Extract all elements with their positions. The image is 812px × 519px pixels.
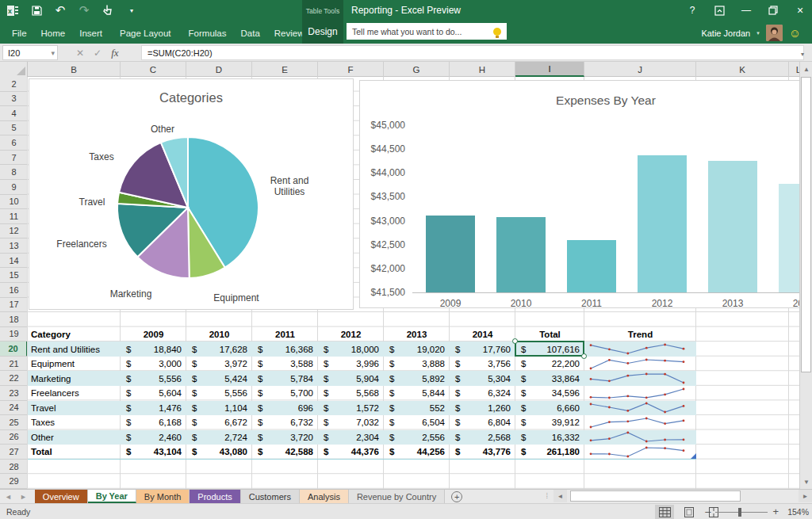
tab-formulas[interactable]: Formulas — [182, 22, 234, 44]
cell-value[interactable]: $3,888 — [384, 357, 450, 372]
cell-value[interactable]: $2,304 — [318, 430, 384, 445]
formula-input[interactable]: =SUM(C20:H20) ▾ — [141, 45, 804, 60]
cell-category[interactable]: Taxes — [28, 415, 121, 430]
trend-sparkline[interactable] — [584, 415, 696, 430]
row-header-18[interactable]: 18 — [0, 312, 28, 327]
cell-category[interactable]: Freelancers — [28, 386, 121, 401]
cell-value[interactable]: $6,660 — [515, 401, 584, 416]
user-avatar[interactable] — [766, 25, 783, 41]
cell-value[interactable]: $34,596 — [515, 386, 584, 401]
cell-value[interactable]: $1,476 — [121, 401, 186, 416]
horizontal-scroll-thumb[interactable] — [570, 490, 741, 502]
bar-2010[interactable] — [496, 217, 546, 292]
minimize-icon[interactable]: — — [739, 3, 753, 17]
cell-value[interactable]: $22,200 — [515, 357, 584, 372]
sheet-tab-overview[interactable]: Overview — [35, 490, 88, 503]
table-header-2014[interactable]: 2014 — [450, 327, 515, 342]
cell-value[interactable]: $3,000 — [121, 357, 186, 372]
cell-value[interactable]: $44,256 — [384, 445, 450, 459]
cell-value[interactable]: $3,756 — [450, 357, 515, 372]
cell-value[interactable]: $261,180 — [515, 445, 584, 459]
bar-2012[interactable] — [638, 155, 687, 292]
normal-view-icon[interactable] — [655, 505, 674, 519]
column-header-F[interactable]: F — [318, 62, 384, 77]
cell-value[interactable]: $3,720 — [252, 430, 318, 445]
cell-value[interactable]: $5,844 — [384, 386, 450, 401]
row-header-4[interactable]: 4 — [0, 106, 28, 121]
row-header-13[interactable]: 13 — [0, 239, 28, 254]
user-dropdown-icon[interactable]: ▾ — [756, 30, 760, 36]
cell-value[interactable]: $3,588 — [252, 357, 318, 372]
trend-sparkline[interactable] — [584, 357, 696, 372]
row-header-21[interactable]: 21 — [0, 357, 28, 372]
sheet-tab-analysis[interactable]: Analysis — [300, 490, 349, 503]
cell-value[interactable]: $6,504 — [384, 415, 450, 430]
sheet-nav-left-icon[interactable]: ◄ — [5, 493, 12, 501]
column-header-B[interactable]: B — [28, 62, 121, 77]
enter-icon[interactable]: ✓ — [94, 48, 102, 59]
sheet-grid[interactable]: 2345678910111213141516171819202122232425… — [0, 77, 799, 489]
row-header-23[interactable]: 23 — [0, 386, 28, 401]
page-layout-view-icon[interactable] — [680, 505, 699, 519]
row-header-27[interactable]: 27 — [0, 445, 28, 460]
column-header-G[interactable]: G — [384, 62, 450, 77]
tab-design[interactable]: Design — [302, 26, 343, 37]
row-header-20[interactable]: 20 — [0, 342, 28, 357]
bar-2013[interactable] — [708, 161, 757, 292]
cell-value[interactable]: $43,104 — [121, 445, 186, 459]
horizontal-scroll-track[interactable] — [567, 490, 799, 502]
cell-value[interactable]: $39,912 — [515, 415, 584, 430]
selection-handle-top-left[interactable] — [512, 338, 518, 344]
cell-category[interactable]: Total — [28, 445, 121, 459]
row-header-9[interactable]: 9 — [0, 180, 28, 195]
cell-value[interactable]: $5,784 — [252, 371, 318, 386]
column-header-K[interactable]: K — [696, 62, 789, 77]
zoom-slider-thumb[interactable] — [738, 508, 741, 517]
cell-value[interactable]: $17,628 — [186, 342, 252, 357]
trend-sparkline[interactable] — [584, 430, 696, 445]
tab-page-layout[interactable]: Page Layout — [109, 22, 182, 44]
cell-value[interactable]: $5,556 — [121, 371, 186, 386]
zoom-out-icon[interactable]: – — [705, 508, 710, 516]
column-header-I[interactable]: I — [515, 62, 584, 77]
column-header-H[interactable]: H — [450, 62, 515, 77]
scrollbar-splitter[interactable]: ⁞ — [546, 492, 549, 500]
add-sheet-button[interactable]: + — [451, 491, 462, 502]
cell-category[interactable]: Equipment — [28, 357, 121, 372]
row-header-12[interactable]: 12 — [0, 224, 28, 239]
scroll-down-icon[interactable]: ▼ — [800, 475, 812, 489]
column-header-J[interactable]: J — [584, 62, 696, 77]
name-box[interactable]: I20 ▾ — [2, 45, 58, 60]
cell-value[interactable]: $6,672 — [186, 415, 252, 430]
table-header-trend[interactable]: Trend — [584, 327, 696, 342]
cell-value[interactable]: $5,604 — [121, 386, 186, 401]
column-header-C[interactable]: C — [121, 62, 186, 77]
cell-value[interactable]: $44,376 — [318, 445, 384, 459]
cell-value[interactable]: $6,324 — [450, 386, 515, 401]
cell-value[interactable]: $1,572 — [318, 401, 384, 416]
cell-category[interactable]: Marketing — [28, 371, 121, 386]
vertical-scroll-thumb[interactable] — [801, 77, 811, 372]
cell-value[interactable]: $5,424 — [186, 371, 252, 386]
row-header-2[interactable]: 2 — [0, 77, 28, 92]
row-header-10[interactable]: 10 — [0, 195, 28, 210]
insert-function-icon[interactable]: fx — [111, 47, 118, 59]
expenses-table[interactable]: Category200920102011201220132014TotalTre… — [28, 327, 696, 460]
cancel-icon[interactable]: ✕ — [76, 48, 84, 59]
sheet-tab-revenue-by-country[interactable]: Revenue by Country — [349, 490, 445, 503]
cell-value[interactable]: $6,168 — [121, 415, 186, 430]
cell-value[interactable]: $43,080 — [186, 445, 252, 459]
row-header-7[interactable]: 7 — [0, 151, 28, 166]
sheet-tab-by-month[interactable]: By Month — [136, 490, 190, 503]
cell-category[interactable]: Travel — [28, 401, 121, 416]
cell-value[interactable]: $5,556 — [186, 386, 252, 401]
row-header-16[interactable]: 16 — [0, 283, 28, 298]
cell-value[interactable]: $5,304 — [450, 371, 515, 386]
sheet-nav-right-icon[interactable]: ► — [20, 493, 27, 501]
cell-value[interactable]: $17,760 — [450, 342, 515, 357]
row-header-15[interactable]: 15 — [0, 268, 28, 283]
tellme-box[interactable]: Tell me what you want to do... — [347, 23, 507, 40]
table-header-2009[interactable]: 2009 — [121, 327, 186, 342]
cell-value[interactable]: $19,020 — [384, 342, 450, 357]
bar-chart[interactable]: Expenses By Year$45,000$44,500$44,000$43… — [359, 80, 799, 308]
